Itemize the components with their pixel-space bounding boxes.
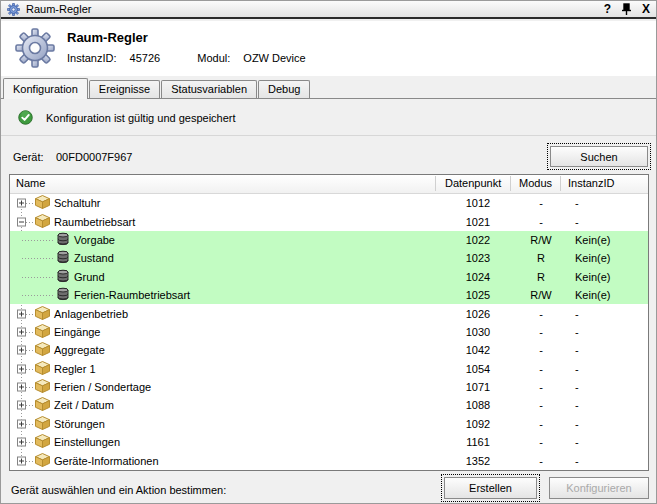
- tree-row-störungen[interactable]: Störungen1092--: [10, 415, 648, 433]
- raum-regler-window: Raum-Regler ? X: [0, 0, 657, 504]
- tree-row-geräte-informationen[interactable]: Geräte-Informationen1352--: [10, 451, 648, 469]
- column-divider[interactable]: [510, 176, 511, 191]
- expand-toggle[interactable]: [17, 456, 26, 465]
- tree-stub: [26, 350, 34, 351]
- tree-row-anlagenbetrieb[interactable]: Anlagenbetrieb1026--: [10, 304, 648, 322]
- row-datenpunkt: 1030: [453, 326, 503, 338]
- separator: [1, 135, 657, 136]
- suchen-button[interactable]: Suchen: [550, 146, 648, 167]
- row-datenpunkt: 1025: [453, 289, 503, 301]
- tree-row-einstellungen[interactable]: Einstellungen1161--: [10, 433, 648, 451]
- row-instanzid: Kein(e): [575, 234, 610, 246]
- table-body: Schaltuhr1012--Raumbetriebsart1021--Vorg…: [10, 194, 648, 470]
- row-instanzid: -: [575, 455, 579, 467]
- status-message: Konfiguration ist gültig und gespeichert: [46, 112, 236, 124]
- package-cube-icon: [34, 397, 51, 412]
- tree-stub: [26, 442, 34, 443]
- column-header-name[interactable]: Name: [16, 177, 45, 189]
- row-modus: -: [519, 197, 563, 209]
- column-divider[interactable]: [435, 176, 436, 191]
- tree-row-zeit-datum[interactable]: Zeit / Datum1088--: [10, 396, 648, 414]
- row-modus: R: [519, 271, 563, 283]
- device-label: Gerät:: [13, 151, 44, 163]
- expand-toggle[interactable]: [17, 383, 26, 392]
- tab-konfiguration[interactable]: Konfiguration: [3, 78, 88, 99]
- action-prompt: Gerät auswählen und ein Aktion bestimmen…: [11, 484, 226, 496]
- column-divider[interactable]: [560, 176, 561, 191]
- tree-row-regler-1[interactable]: Regler 11054--: [10, 360, 648, 378]
- tree-row-vorgabe[interactable]: Vorgabe1022R/WKein(e): [10, 231, 648, 249]
- row-datenpunkt: 1021: [453, 216, 503, 228]
- expand-toggle[interactable]: [17, 438, 26, 447]
- package-cube-icon: [34, 360, 51, 375]
- tree-stub: [26, 369, 34, 370]
- tree-stub: [22, 240, 54, 241]
- expand-toggle[interactable]: [17, 309, 26, 318]
- tab-debug[interactable]: Debug: [258, 80, 310, 99]
- expand-toggle[interactable]: [17, 364, 26, 373]
- row-name: Eingänge: [54, 326, 101, 338]
- row-modus: -: [519, 308, 563, 320]
- row-instanzid: -: [575, 399, 579, 411]
- header-meta: InstanzID: 45726 Modul: OZW Device: [67, 52, 306, 64]
- instanzid-label: InstanzID:: [67, 52, 117, 64]
- help-button[interactable]: ?: [604, 2, 611, 16]
- row-instanzid: -: [575, 363, 579, 375]
- row-name: Regler 1: [54, 363, 96, 375]
- row-instanzid: -: [575, 216, 579, 228]
- row-datenpunkt: 1352: [453, 455, 503, 467]
- row-name: Zeit / Datum: [54, 399, 114, 411]
- database-icon: [57, 232, 69, 245]
- expand-toggle[interactable]: [17, 346, 26, 355]
- tab-ereignisse[interactable]: Ereignisse: [89, 80, 160, 99]
- table-header: Name Datenpunkt Modus InstanzID: [10, 175, 648, 194]
- expand-toggle[interactable]: [17, 419, 26, 428]
- row-instanzid: -: [575, 418, 579, 430]
- tree-row-zustand[interactable]: Zustand1023RKein(e): [10, 249, 648, 267]
- column-header-instanzid[interactable]: InstanzID: [568, 177, 614, 189]
- tree-stub: [26, 314, 34, 315]
- tree-stub: [26, 405, 34, 406]
- instanzid-value: 45726: [130, 52, 161, 64]
- modul-value: OZW Device: [243, 52, 305, 64]
- row-name: Aggregate: [54, 344, 105, 356]
- row-datenpunkt: 1092: [453, 418, 503, 430]
- row-name: Störungen: [54, 418, 105, 430]
- row-modus: -: [519, 436, 563, 448]
- tree-row-schaltuhr[interactable]: Schaltuhr1012--: [10, 194, 648, 212]
- konfigurieren-button[interactable]: Konfigurieren: [549, 477, 649, 499]
- tree-row-ferien-sondertage[interactable]: Ferien / Sondertage1071--: [10, 378, 648, 396]
- row-instanzid: -: [575, 436, 579, 448]
- tree-row-raumbetriebsart[interactable]: Raumbetriebsart1021--: [10, 212, 648, 230]
- row-instanzid: -: [575, 381, 579, 393]
- tree-row-eingänge[interactable]: Eingänge1030--: [10, 323, 648, 341]
- row-modus: -: [519, 399, 563, 411]
- row-instanzid: -: [575, 326, 579, 338]
- collapse-toggle[interactable]: [17, 217, 26, 226]
- package-cube-icon: [34, 434, 51, 449]
- tree-row-ferien-raumbetriebsart[interactable]: Ferien-Raumbetriebsart1025R/WKein(e): [10, 286, 648, 304]
- tree-row-aggregate[interactable]: Aggregate1042--: [10, 341, 648, 359]
- expand-toggle[interactable]: [17, 327, 26, 336]
- status-row: Konfiguration ist gültig und gespeichert: [18, 110, 236, 125]
- column-header-modus[interactable]: Modus: [519, 177, 552, 189]
- pin-icon[interactable]: [621, 3, 632, 16]
- database-icon: [57, 251, 69, 264]
- tree-stub: [26, 332, 34, 333]
- tree-stub: [26, 461, 34, 462]
- row-modus: -: [519, 418, 563, 430]
- package-cube-icon: [34, 323, 51, 338]
- row-name: Ferien / Sondertage: [54, 381, 151, 393]
- expand-toggle[interactable]: [17, 401, 26, 410]
- tab-statusvariablen[interactable]: Statusvariablen: [161, 80, 257, 99]
- expand-toggle[interactable]: [17, 199, 26, 208]
- tree-row-grund[interactable]: Grund1024RKein(e): [10, 268, 648, 286]
- row-name: Einstellungen: [54, 436, 120, 448]
- tree-stub: [26, 424, 34, 425]
- datapoint-table: Name Datenpunkt Modus InstanzID Schaltuh…: [9, 174, 649, 471]
- erstellen-button[interactable]: Erstellen: [444, 477, 537, 499]
- row-modus: -: [519, 326, 563, 338]
- column-header-datenpunkt[interactable]: Datenpunkt: [445, 177, 501, 189]
- close-button[interactable]: X: [642, 2, 650, 16]
- row-instanzid: Kein(e): [575, 289, 610, 301]
